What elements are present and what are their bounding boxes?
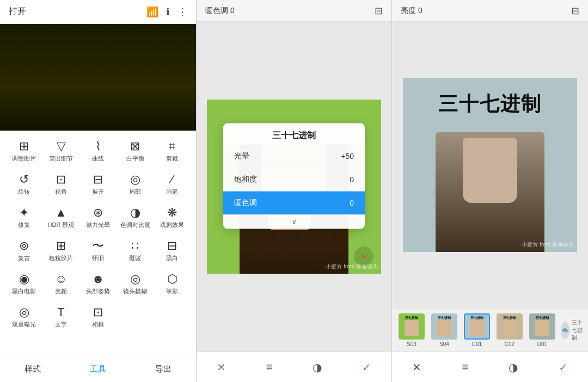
tab-style-label: 样式: [24, 364, 41, 374]
repair-label: 修复: [18, 221, 30, 229]
float-row-warmth[interactable]: 暖色调 0: [223, 192, 365, 215]
grain-film-label: 粗粒胶片: [49, 254, 73, 262]
float-row-saturation[interactable]: 饱和度 0: [223, 168, 365, 192]
hdr-label: HDR 景观: [48, 221, 75, 229]
mid-confirm-button[interactable]: ✓: [358, 356, 376, 378]
bookmark-icon[interactable]: 🔖: [354, 247, 373, 266]
vignette-label: 掌影: [166, 287, 178, 295]
mid-image-container: 小蜜方 from 韩鱼镜头 三十七进制 光晕 +50 饱和度 0 暖色调 0: [207, 100, 381, 274]
tool-hdr[interactable]: ▲ HDR 景观: [45, 205, 77, 231]
float-row-guangyun[interactable]: 光晕 +50: [223, 145, 365, 168]
tool-grain-film[interactable]: ⊞ 粗粒胶片: [45, 238, 77, 264]
tools-row-2: ↺ 旋转 ⊡ 视角 ⊟ 展开 ◎ 局部 ∕ 画笔: [0, 168, 196, 201]
right-cancel-button[interactable]: ✕: [408, 356, 426, 378]
black-white-icon: ⊟: [167, 240, 177, 252]
beauty-icon: ☺: [55, 273, 67, 285]
float-arrow: ∨: [223, 215, 365, 229]
mid-bottom-bar: ✕ ≡ ◑ ✓: [197, 352, 391, 382]
right-watermark: 小蜜方 from 韩鱼镜头: [522, 241, 574, 249]
mid-cancel-button[interactable]: ✕: [212, 356, 230, 378]
expand-icon: ⊟: [93, 174, 103, 186]
tool-perspective[interactable]: ⊡ 视角: [45, 171, 77, 198]
lens-blur-label: 镜头模糊: [123, 287, 147, 295]
tool-white-balance[interactable]: ⊠ 白平衡: [119, 138, 151, 165]
tab-tools[interactable]: 工具: [65, 356, 131, 382]
rotate-label: 旋转: [18, 188, 30, 196]
right-logo-icon: 🐟: [561, 322, 569, 339]
tool-grunge[interactable]: ∷ 斑驳: [119, 238, 151, 264]
tool-local[interactable]: ◎ 局部: [119, 171, 151, 198]
info-icon[interactable]: ℹ: [166, 6, 170, 18]
float-panel: 三十七进制 光晕 +50 饱和度 0 暖色调 0 ∨: [223, 124, 365, 229]
tool-glamour-glow[interactable]: ⊛ 魅力光晕: [82, 205, 114, 231]
compare-icon-right[interactable]: ⊟: [571, 5, 579, 17]
right-portrait-container: [436, 132, 544, 252]
highlight-detail-label: 突出细节: [49, 155, 73, 163]
tool-double-exposure[interactable]: ◎ 双重曝光: [8, 304, 40, 331]
mid-tool-button[interactable]: ≡: [262, 356, 277, 378]
mid-image-area: 小蜜方 from 韩鱼镜头 三十七进制 光晕 +50 饱和度 0 暖色调 0: [197, 22, 391, 352]
tool-nostalgia[interactable]: 〜 怀旧: [82, 238, 114, 264]
tool-repair[interactable]: ✦ 修复: [8, 205, 40, 231]
expand-label: 展开: [92, 188, 104, 196]
thumbnail-d01[interactable]: 三七进制 D01: [528, 313, 556, 347]
drama-label: 戏剧效果: [160, 221, 184, 229]
tools-row-6: ◎ 双重曝光 T 文字 ⊡ 相框: [0, 301, 196, 334]
perspective-label: 视角: [55, 188, 67, 196]
thumbnail-d01-img: 三七进制: [529, 313, 555, 340]
tool-brush[interactable]: ∕ 画笔: [156, 171, 188, 198]
tool-rotate[interactable]: ↺ 旋转: [8, 171, 40, 198]
left-panel: 打开 📶 ℹ ⋮ ⊞ 调整图片 ▽ 突出细节 ⌇ 曲线: [0, 0, 196, 382]
right-logo-text: 三十七进制: [572, 319, 586, 342]
tab-style[interactable]: 样式: [0, 356, 65, 382]
float-panel-title: 三十七进制: [223, 124, 365, 145]
tool-drama[interactable]: ❋ 戏剧效果: [156, 205, 188, 231]
double-exposure-icon: ◎: [19, 306, 29, 318]
compare-icon-mid[interactable]: ⊟: [375, 5, 383, 17]
noir-label: 黑白电影: [12, 287, 36, 295]
thumbnail-s04[interactable]: 三七进制 S04: [430, 313, 458, 347]
tool-head-pose[interactable]: ☻ 头部姿势: [82, 271, 114, 298]
right-logo-area: 🐟 三十七进制: [561, 319, 586, 342]
right-stamp-button[interactable]: ◑: [504, 356, 522, 378]
right-image-container: 三十七进制 小蜜方 from 韩鱼镜头: [403, 78, 577, 252]
left-header-title: 打开: [9, 6, 26, 17]
tool-text[interactable]: T 文字: [45, 304, 77, 331]
tool-vignette[interactable]: ⬡ 掌影: [156, 271, 188, 298]
tool-noir[interactable]: ◉ 黑白电影: [8, 271, 40, 298]
thumbnail-c02[interactable]: 三七进制 C02: [495, 313, 524, 347]
thumbnail-c02-img: 三七进制: [497, 313, 523, 340]
thumbnail-s03-label: S03: [407, 341, 416, 347]
right-header: 亮度 0 ⊟: [392, 0, 588, 22]
tab-export[interactable]: 导出: [131, 356, 196, 382]
white-balance-icon: ⊠: [130, 140, 140, 152]
grain-film-icon: ⊞: [56, 240, 66, 252]
tonal-contrast-icon: ◑: [130, 207, 140, 219]
tool-crop[interactable]: ⌗ 剪裁: [156, 138, 188, 165]
wifi-icon[interactable]: 📶: [146, 6, 158, 18]
more-icon[interactable]: ⋮: [177, 6, 187, 18]
tab-export-label: 导出: [155, 364, 171, 374]
right-tool-button[interactable]: ≡: [457, 356, 473, 378]
thumbnail-s03[interactable]: 三七进制 S03: [397, 313, 426, 347]
thumbnail-c01-img: 三七进制: [464, 313, 490, 340]
tool-vintage[interactable]: ⊚ 复古: [8, 238, 40, 264]
tool-highlight-detail[interactable]: ▽ 突出细节: [45, 138, 77, 165]
tool-black-white[interactable]: ⊟ 黑白: [156, 238, 188, 264]
mid-stamp-button[interactable]: ◑: [308, 356, 326, 378]
tool-adjust-image[interactable]: ⊞ 调整图片: [8, 138, 40, 165]
tool-frame[interactable]: ⊡ 相框: [82, 304, 114, 331]
tool-beauty[interactable]: ☺ 美颜: [45, 271, 77, 298]
tool-lens-blur[interactable]: ◎ 镜头模糊: [119, 271, 151, 298]
tools-row-3: ✦ 修复 ▲ HDR 景观 ⊛ 魅力光晕 ◑ 色调对比度 ❋ 戏剧效果: [0, 201, 196, 235]
tool-curves[interactable]: ⌇ 曲线: [82, 138, 114, 165]
vintage-icon: ⊚: [19, 240, 29, 252]
tool-expand[interactable]: ⊟ 展开: [82, 171, 114, 198]
right-confirm-button[interactable]: ✓: [554, 356, 572, 378]
adjust-image-label: 调整图片: [12, 155, 36, 163]
tool-tonal-contrast[interactable]: ◑ 色调对比度: [119, 205, 151, 231]
hdr-icon: ▲: [55, 207, 67, 219]
vignette-icon: ⬡: [167, 273, 177, 285]
grunge-icon: ∷: [131, 240, 139, 252]
thumbnail-c01[interactable]: 三七进制 C01: [463, 313, 491, 347]
